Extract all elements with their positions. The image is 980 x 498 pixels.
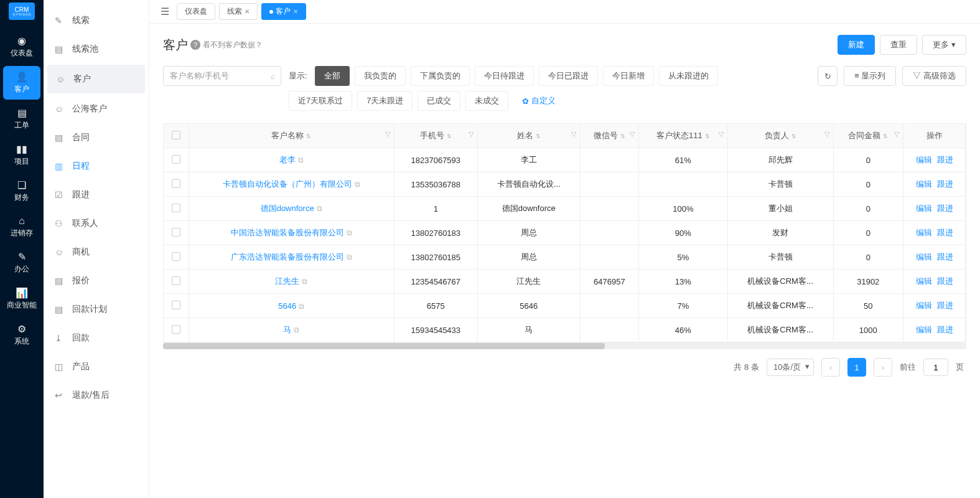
copy-icon[interactable]: ⧉ <box>299 302 304 311</box>
next-page[interactable]: › <box>874 358 892 377</box>
edit-link[interactable]: 编辑 <box>916 252 932 261</box>
sort-icon[interactable]: ⇅ <box>705 133 710 139</box>
copy-icon[interactable]: ⧉ <box>355 180 360 189</box>
copy-icon[interactable]: ⧉ <box>294 326 299 334</box>
edit-link[interactable]: 编辑 <box>916 276 932 286</box>
columns-button[interactable]: ≡ 显示列 <box>844 66 896 86</box>
more-button[interactable]: 更多 ▾ <box>922 35 966 55</box>
follow-link[interactable]: 跟进 <box>937 179 953 189</box>
col-负责人[interactable]: 负责人⇅▽ <box>727 124 833 148</box>
follow-link[interactable]: 跟进 <box>937 252 953 261</box>
page-1[interactable]: 1 <box>847 358 866 377</box>
row-checkbox[interactable] <box>172 204 180 212</box>
reset-button[interactable]: 查重 <box>880 35 917 55</box>
search-input[interactable]: 客户名称/手机号 ⌕ <box>163 66 281 86</box>
edit-link[interactable]: 编辑 <box>916 179 932 189</box>
sort-icon[interactable]: ⇅ <box>791 133 796 139</box>
edit-link[interactable]: 编辑 <box>916 301 932 310</box>
filter-chip[interactable]: 7天未跟进 <box>357 91 413 111</box>
customer-name[interactable]: 老李⧉ <box>189 148 394 172</box>
filter-chip[interactable]: 今日新增 <box>603 66 654 86</box>
leftnav-客户[interactable]: 👤客户 <box>3 66 40 100</box>
row-checkbox[interactable] <box>172 301 180 309</box>
leftnav-办公[interactable]: ✎办公 <box>3 246 40 280</box>
sort-icon[interactable]: ⇅ <box>306 133 311 139</box>
sort-icon[interactable]: ⇅ <box>536 133 541 139</box>
filter-icon[interactable]: ▽ <box>719 130 724 138</box>
customer-name[interactable]: 马⧉ <box>189 318 394 342</box>
sort-icon[interactable]: ⇅ <box>447 133 452 139</box>
sidebar-item-产品[interactable]: ◫产品 <box>44 352 149 381</box>
row-checkbox[interactable] <box>172 228 180 237</box>
tab-线索[interactable]: 线索✕ <box>219 3 258 20</box>
horizontal-scrollbar[interactable] <box>163 343 966 349</box>
leftnav-系统[interactable]: ⚙系统 <box>3 318 40 352</box>
tab-客户[interactable]: 客户✕ <box>261 3 306 20</box>
row-checkbox[interactable] <box>172 155 180 164</box>
leftnav-进销存[interactable]: ⌂进销存 <box>3 210 40 243</box>
col-操作[interactable]: 操作 <box>903 124 966 148</box>
filter-chip[interactable]: 今日已跟进 <box>539 66 598 86</box>
page-size-select[interactable]: 10条/页 ▾ <box>767 359 814 376</box>
filter-icon[interactable]: ▽ <box>571 130 576 138</box>
hamburger-icon[interactable]: ☰ <box>161 6 169 17</box>
follow-link[interactable]: 跟进 <box>937 228 953 237</box>
sort-icon[interactable]: ⇅ <box>883 133 888 139</box>
customer-name[interactable]: 广东浩达智能装备股份有限公司⧉ <box>189 245 394 270</box>
filter-icon[interactable]: ▽ <box>469 130 474 138</box>
edit-link[interactable]: 编辑 <box>916 228 932 237</box>
copy-icon[interactable]: ⧉ <box>347 253 352 261</box>
edit-link[interactable]: 编辑 <box>916 204 932 213</box>
filter-chip[interactable]: 近7天联系过 <box>289 91 352 111</box>
col-客户状态111[interactable]: 客户状态111⇅▽ <box>639 124 728 148</box>
customer-name[interactable]: 德国downforce⧉ <box>189 197 394 221</box>
select-all-checkbox[interactable] <box>172 131 180 139</box>
page-hint[interactable]: 看不到客户数据？ <box>203 40 263 50</box>
sidebar-item-线索[interactable]: ✎线索 <box>44 6 149 35</box>
col-checkbox[interactable] <box>164 124 189 148</box>
sidebar-item-联系人[interactable]: ⚇联系人 <box>44 209 149 238</box>
filter-chip[interactable]: 我负责的 <box>355 66 406 86</box>
refresh-button[interactable]: ↻ <box>818 66 838 86</box>
close-icon[interactable]: ✕ <box>293 8 298 15</box>
filter-icon[interactable]: ▽ <box>630 130 635 138</box>
copy-icon[interactable]: ⧉ <box>317 204 322 213</box>
col-微信号[interactable]: 微信号⇅▽ <box>580 124 638 148</box>
sidebar-item-日程[interactable]: ▥日程 <box>44 152 149 181</box>
goto-page-input[interactable] <box>923 359 948 376</box>
close-icon[interactable]: ✕ <box>245 8 250 15</box>
col-合同金额[interactable]: 合同金额⇅▽ <box>833 124 903 148</box>
customer-name[interactable]: 江先生⧉ <box>189 270 394 294</box>
sidebar-item-客户[interactable]: ☺客户 <box>47 65 145 93</box>
sidebar-item-公海客户[interactable]: ☺公海客户 <box>44 95 149 123</box>
follow-link[interactable]: 跟进 <box>937 204 953 213</box>
tab-仪表盘[interactable]: 仪表盘 <box>177 3 215 20</box>
sort-icon[interactable]: ⇅ <box>620 133 625 139</box>
row-checkbox[interactable] <box>172 179 180 188</box>
filter-chip[interactable]: 已成交 <box>418 91 460 111</box>
follow-link[interactable]: 跟进 <box>937 276 953 286</box>
edit-link[interactable]: 编辑 <box>916 325 932 334</box>
filter-chip[interactable]: 从未跟进的 <box>659 66 718 86</box>
create-button[interactable]: 新建 <box>838 35 875 55</box>
leftnav-项目[interactable]: ▮▮项目 <box>3 138 40 172</box>
customer-name[interactable]: 5646⧉ <box>189 294 394 318</box>
edit-link[interactable]: 编辑 <box>916 155 932 164</box>
filter-icon[interactable]: ▽ <box>824 130 829 138</box>
copy-icon[interactable]: ⧉ <box>298 156 304 164</box>
filter-chip[interactable]: 全部 <box>315 66 350 86</box>
copy-icon[interactable]: ⧉ <box>347 228 352 237</box>
col-客户名称[interactable]: 客户名称⇅▽ <box>189 124 394 148</box>
follow-link[interactable]: 跟进 <box>937 155 953 164</box>
customer-name[interactable]: 卡普顿自动化设备（广州）有限公司⧉ <box>189 172 394 197</box>
sidebar-item-回款[interactable]: ⤓回款 <box>44 324 149 352</box>
row-checkbox[interactable] <box>172 252 180 261</box>
sidebar-item-报价[interactable]: ▤报价 <box>44 266 149 295</box>
col-姓名[interactable]: 姓名⇅▽ <box>477 124 580 148</box>
prev-page[interactable]: ‹ <box>821 358 840 377</box>
filter-icon[interactable]: ▽ <box>894 130 899 138</box>
leftnav-工单[interactable]: ▤工单 <box>3 102 40 136</box>
leftnav-财务[interactable]: ❏财务 <box>3 174 40 208</box>
leftnav-仪表盘[interactable]: ◉仪表盘 <box>3 30 40 63</box>
filter-chip[interactable]: 未成交 <box>465 91 508 111</box>
